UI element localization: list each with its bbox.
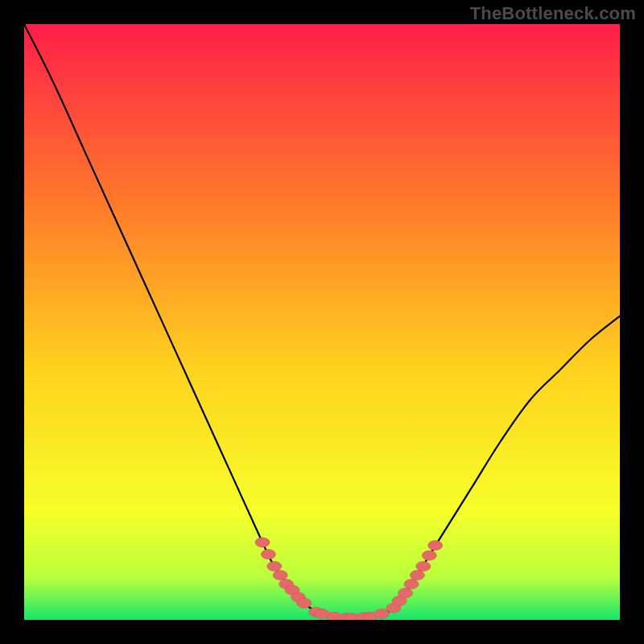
curve-marker <box>404 580 419 589</box>
curve-marker <box>374 609 389 619</box>
curve-marker <box>297 598 312 608</box>
curve-marker <box>398 588 413 598</box>
curve-marker <box>255 538 270 547</box>
curve-marker <box>267 561 282 571</box>
curve-marker <box>410 571 424 580</box>
bottleneck-chart <box>24 24 620 620</box>
chart-background-gradient <box>24 24 620 620</box>
curve-marker <box>428 541 443 551</box>
attribution-text: TheBottleneck.com <box>470 3 636 24</box>
chart-svg <box>24 24 620 620</box>
curve-marker <box>416 561 431 571</box>
curve-marker <box>422 551 436 560</box>
curve-marker <box>273 571 287 580</box>
curve-marker <box>261 550 275 559</box>
